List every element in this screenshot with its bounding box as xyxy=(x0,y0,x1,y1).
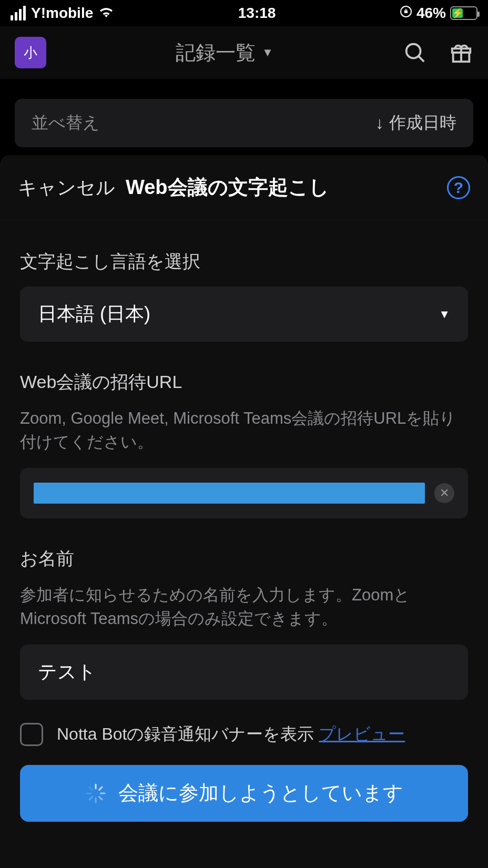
gift-icon xyxy=(449,40,473,65)
svg-line-9 xyxy=(99,796,102,799)
close-icon: ✕ xyxy=(440,486,449,500)
name-input[interactable]: テスト xyxy=(20,645,468,700)
language-label: 文字起こし言語を選択 xyxy=(20,250,468,274)
banner-label-wrap: Notta Botの録音通知バナーを表示 プレビュー xyxy=(57,723,405,746)
chevron-down-icon: ▼ xyxy=(262,46,273,59)
url-label: Web会議の招待URL xyxy=(20,370,468,394)
svg-line-13 xyxy=(89,787,92,790)
sort-value: 作成日時 xyxy=(389,111,456,135)
banner-checkbox[interactable] xyxy=(20,723,43,746)
name-value: テスト xyxy=(38,661,96,682)
modal-header: キャンセル Web会議の文字起こし ? xyxy=(0,155,488,220)
avatar[interactable]: 小 xyxy=(15,37,46,68)
section-language: 文字起こし言語を選択 日本語 (日本) ▼ xyxy=(0,220,488,347)
svg-point-1 xyxy=(406,44,421,58)
help-button[interactable]: ? xyxy=(447,176,470,199)
wifi-icon xyxy=(98,5,114,22)
modal-sheet: キャンセル Web会議の文字起こし ? 文字起こし言語を選択 日本語 (日本) … xyxy=(0,155,488,868)
section-name: お名前 参加者に知らせるための名前を入力します。ZoomとMicrosoft T… xyxy=(0,524,488,705)
battery-percent: 46% xyxy=(416,5,446,22)
url-input-wrap: ✕ xyxy=(20,468,468,518)
battery-icon: ⚡ xyxy=(450,6,477,20)
name-label: お名前 xyxy=(20,547,468,571)
language-value: 日本語 (日本) xyxy=(38,301,150,327)
header-title-dropdown[interactable]: 記録一覧 ▼ xyxy=(176,39,273,66)
orientation-lock-icon xyxy=(400,5,412,21)
search-icon xyxy=(403,40,427,65)
sort-value-wrap[interactable]: ↓ 作成日時 xyxy=(375,111,456,135)
name-subtext: 参加者に知らせるための名前を入力します。ZoomとMicrosoft Teams… xyxy=(20,584,468,631)
language-select[interactable]: 日本語 (日本) ▼ xyxy=(20,287,468,342)
page-title: 記録一覧 xyxy=(176,39,256,66)
svg-line-11 xyxy=(89,796,92,799)
svg-line-7 xyxy=(99,787,102,790)
status-left: Y!mobile xyxy=(11,5,114,22)
banner-label: Notta Botの録音通知バナーを表示 xyxy=(57,724,319,743)
preview-link[interactable]: プレビュー xyxy=(319,724,405,743)
sort-label: 並べ替え xyxy=(32,111,100,135)
signal-icon xyxy=(11,6,26,21)
help-icon: ? xyxy=(454,179,463,197)
clear-url-button[interactable]: ✕ xyxy=(434,483,454,503)
join-button-label: 会議に参加しようとしています xyxy=(118,780,403,806)
app-header: 小 記録一覧 ▼ xyxy=(0,26,488,79)
url-input[interactable] xyxy=(34,483,425,504)
status-right: 46% ⚡ xyxy=(400,5,477,22)
svg-line-2 xyxy=(419,57,424,62)
modal-title: Web会議の文字起こし xyxy=(126,174,329,201)
avatar-letter: 小 xyxy=(24,44,37,62)
sort-bar[interactable]: 並べ替え ↓ 作成日時 xyxy=(15,99,473,147)
carrier-label: Y!mobile xyxy=(31,5,93,22)
join-meeting-button[interactable]: 会議に参加しようとしています xyxy=(20,765,468,822)
status-bar: Y!mobile 13:18 46% ⚡ xyxy=(0,0,488,26)
spinner-icon xyxy=(85,782,107,804)
banner-checkbox-row: Notta Botの録音通知バナーを表示 プレビュー xyxy=(0,705,488,751)
url-subtext: Zoom, Google Meet, Microsoft Teams会議の招待U… xyxy=(20,407,468,454)
chevron-down-icon: ▼ xyxy=(439,308,450,321)
sort-arrow-icon: ↓ xyxy=(375,114,384,133)
section-url: Web会議の招待URL Zoom, Google Meet, Microsoft… xyxy=(0,347,488,524)
cancel-button[interactable]: キャンセル xyxy=(18,175,115,201)
gift-button[interactable] xyxy=(449,40,473,65)
search-button[interactable] xyxy=(403,40,427,65)
clock: 13:18 xyxy=(238,5,276,22)
